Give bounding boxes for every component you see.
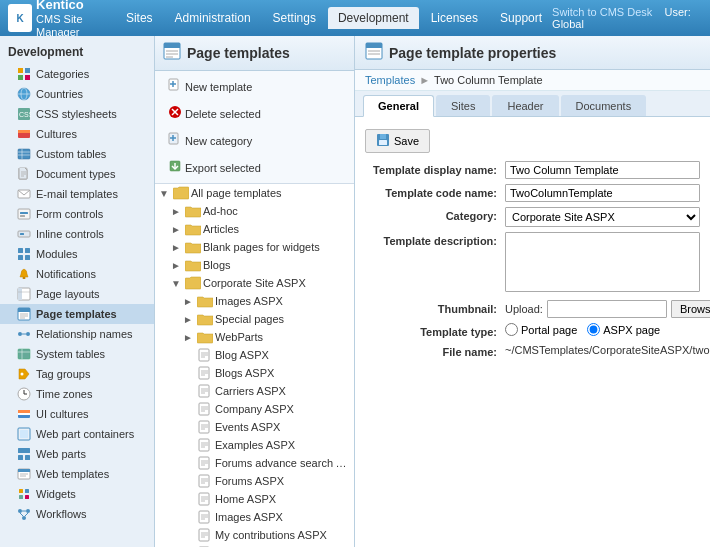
svg-rect-24 — [20, 233, 24, 235]
sidebar-item-web-parts[interactable]: Web parts — [0, 444, 154, 464]
sidebar-label-workflows: Workflows — [36, 508, 87, 520]
sidebar-item-ui-cultures[interactable]: UI cultures — [0, 404, 154, 424]
tree-item-webparts[interactable]: ► WebParts — [155, 328, 354, 346]
sidebar-item-web-templates[interactable]: Web templates — [0, 464, 154, 484]
tree-item-company-aspx[interactable]: Company ASPX — [155, 400, 354, 418]
new-template-label: New template — [185, 81, 252, 93]
sidebar-item-inline-controls[interactable]: Inline controls — [0, 224, 154, 244]
sidebar-item-css[interactable]: CSS CSS stylesheets — [0, 104, 154, 124]
tree-item-blank-widgets[interactable]: ► Blank pages for widgets — [155, 238, 354, 256]
tab-documents[interactable]: Documents — [561, 95, 647, 116]
svg-rect-11 — [18, 149, 30, 159]
nav-development[interactable]: Development — [328, 7, 419, 29]
tree-label-images: Images ASPX — [215, 295, 283, 307]
svg-point-44 — [21, 373, 24, 376]
page-layouts-icon — [16, 286, 32, 302]
aspx-radio[interactable] — [587, 323, 600, 336]
tree-item-home-aspx[interactable]: Home ASPX — [155, 490, 354, 508]
tree-item-blogs[interactable]: ► Blogs — [155, 256, 354, 274]
tree-item-my-contributions[interactable]: My contributions ASPX — [155, 526, 354, 544]
sidebar-item-page-layouts[interactable]: Page layouts — [0, 284, 154, 304]
tree-label-events: Events ASPX — [215, 421, 280, 433]
sidebar-label-system-tables: System tables — [36, 348, 105, 360]
tree-item-examples-aspx[interactable]: Examples ASPX — [155, 436, 354, 454]
tree-item-special-pages[interactable]: ► Special pages — [155, 310, 354, 328]
upload-label: Upload: — [505, 303, 543, 315]
svg-rect-62 — [19, 495, 23, 499]
svg-rect-29 — [23, 277, 26, 279]
tab-general[interactable]: General — [363, 95, 434, 117]
sidebar-item-cultures[interactable]: Cultures — [0, 124, 154, 144]
sidebar-item-tag-groups[interactable]: Tag groups — [0, 364, 154, 384]
save-toolbar: Save — [365, 125, 700, 161]
examples-expander — [183, 440, 195, 451]
sidebar-item-time-zones[interactable]: Time zones — [0, 384, 154, 404]
new-template-button[interactable]: New template — [161, 75, 259, 98]
tree-item-blog-aspx[interactable]: Blog ASPX — [155, 346, 354, 364]
tree-item-forums-aspx[interactable]: Forums ASPX — [155, 472, 354, 490]
category-select[interactable]: Corporate Site ASPX — [505, 207, 700, 227]
sidebar-item-web-part-containers[interactable]: Web part containers — [0, 424, 154, 444]
new-category-button[interactable]: New category — [161, 129, 259, 152]
sidebar-item-document-types[interactable]: Document types — [0, 164, 154, 184]
switch-cms-desk-link[interactable]: Switch to CMS Desk — [552, 6, 652, 18]
tree-item-carriers-aspx[interactable]: Carriers ASPX — [155, 382, 354, 400]
nav-sites[interactable]: Sites — [116, 7, 163, 29]
tree-item-corporate-site[interactable]: ▼ Corporate Site ASPX — [155, 274, 354, 292]
tree-label-articles: Articles — [203, 223, 239, 235]
sidebar-item-system-tables[interactable]: System tables — [0, 344, 154, 364]
tree-label-blog-aspx: Blog ASPX — [215, 349, 269, 361]
tree-label-company: Company ASPX — [215, 403, 294, 415]
tab-header[interactable]: Header — [492, 95, 558, 116]
sidebar-item-modules[interactable]: Modules — [0, 244, 154, 264]
tree-label-contrib: My contributions ASPX — [215, 529, 327, 541]
portal-radio[interactable] — [505, 323, 518, 336]
sidebar-item-categories[interactable]: Categories — [0, 64, 154, 84]
upload-input[interactable] — [547, 300, 667, 318]
tree-item-events-aspx[interactable]: Events ASPX — [155, 418, 354, 436]
display-name-input[interactable] — [505, 161, 700, 179]
tree-item-blogs-aspx[interactable]: Blogs ASPX — [155, 364, 354, 382]
sidebar-item-form-controls[interactable]: Form controls — [0, 204, 154, 224]
sidebar-label-form-controls: Form controls — [36, 208, 103, 220]
modules-icon — [16, 246, 32, 262]
nav-support[interactable]: Support — [490, 7, 552, 29]
tree-item-images-aspx2[interactable]: Images ASPX — [155, 508, 354, 526]
breadcrumb-link[interactable]: Templates — [365, 74, 415, 86]
webparts-expander: ► — [183, 332, 195, 343]
sidebar-item-relationship-names[interactable]: Relationship names — [0, 324, 154, 344]
nav-licenses[interactable]: Licenses — [421, 7, 488, 29]
description-field — [505, 232, 700, 295]
sidebar-item-page-templates[interactable]: Page templates — [0, 304, 154, 324]
svg-point-39 — [26, 332, 30, 336]
tree-root[interactable]: ▼ All page templates — [155, 184, 354, 202]
tree-item-images-aspx[interactable]: ► Images ASPX — [155, 292, 354, 310]
sidebar-item-email-templates[interactable]: E-mail templates — [0, 184, 154, 204]
browse-button[interactable]: Browse... — [671, 300, 710, 318]
code-name-input[interactable] — [505, 184, 700, 202]
tree-item-forums-advance[interactable]: Forums advance search AS — [155, 454, 354, 472]
svg-rect-61 — [25, 489, 29, 493]
save-icon — [376, 133, 390, 149]
tree-item-articles[interactable]: ► Articles — [155, 220, 354, 238]
tree-label-carriers: Carriers ASPX — [215, 385, 286, 397]
save-button[interactable]: Save — [365, 129, 430, 153]
sidebar-item-custom-tables[interactable]: Custom tables — [0, 144, 154, 164]
countries-icon — [16, 86, 32, 102]
left-panel: Page templates New template Delete selec… — [155, 36, 355, 547]
page-templates-icon — [16, 306, 32, 322]
tree-item-adhoc[interactable]: ► Ad-hoc — [155, 202, 354, 220]
nav-settings[interactable]: Settings — [263, 7, 326, 29]
nav-administration[interactable]: Administration — [165, 7, 261, 29]
tab-sites[interactable]: Sites — [436, 95, 490, 116]
sidebar-item-workflows[interactable]: Workflows — [0, 504, 154, 524]
sidebar-item-widgets[interactable]: Widgets — [0, 484, 154, 504]
export-selected-button[interactable]: Export selected — [161, 156, 268, 179]
new-category-icon — [168, 132, 182, 149]
description-textarea[interactable] — [505, 232, 700, 292]
delete-selected-button[interactable]: Delete selected — [161, 102, 268, 125]
sidebar-item-countries[interactable]: Countries — [0, 84, 154, 104]
portal-page-option[interactable]: Portal page — [505, 323, 577, 336]
sidebar-item-notifications[interactable]: Notifications — [0, 264, 154, 284]
aspx-page-option[interactable]: ASPX page — [587, 323, 660, 336]
